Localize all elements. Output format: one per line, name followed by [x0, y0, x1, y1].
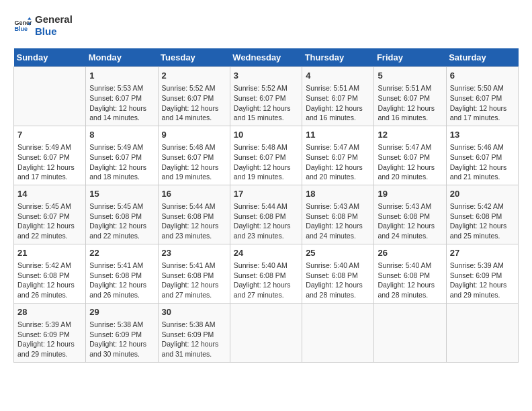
- calendar-cell: 15Sunrise: 5:45 AM Sunset: 6:08 PM Dayli…: [86, 185, 158, 244]
- day-info: Sunrise: 5:51 AM Sunset: 6:07 PM Dayligh…: [378, 83, 442, 123]
- day-info: Sunrise: 5:42 AM Sunset: 6:08 PM Dayligh…: [450, 201, 515, 241]
- calendar-week-row: 28Sunrise: 5:39 AM Sunset: 6:09 PM Dayli…: [14, 303, 519, 362]
- day-info: Sunrise: 5:40 AM Sunset: 6:08 PM Dayligh…: [234, 261, 298, 300]
- header-sunday: Sunday: [14, 48, 86, 67]
- day-info: Sunrise: 5:48 AM Sunset: 6:07 PM Dayligh…: [162, 142, 226, 182]
- calendar-cell: 29Sunrise: 5:38 AM Sunset: 6:09 PM Dayli…: [86, 303, 158, 362]
- day-info: Sunrise: 5:38 AM Sunset: 6:09 PM Dayligh…: [162, 320, 226, 359]
- header-monday: Monday: [86, 48, 158, 67]
- calendar-cell: 2Sunrise: 5:52 AM Sunset: 6:07 PM Daylig…: [158, 67, 230, 126]
- header: General Blue General Blue: [13, 13, 519, 38]
- day-number: 22: [89, 247, 154, 259]
- calendar-cell: 24Sunrise: 5:40 AM Sunset: 6:08 PM Dayli…: [230, 244, 302, 303]
- calendar-table: SundayMondayTuesdayWednesdayThursdayFrid…: [13, 48, 519, 363]
- day-number: 6: [450, 70, 515, 82]
- calendar-cell: 12Sunrise: 5:47 AM Sunset: 6:07 PM Dayli…: [374, 126, 446, 185]
- day-number: 8: [89, 129, 154, 141]
- day-info: Sunrise: 5:47 AM Sunset: 6:07 PM Dayligh…: [306, 142, 370, 182]
- calendar-cell: 10Sunrise: 5:48 AM Sunset: 6:07 PM Dayli…: [230, 126, 302, 185]
- day-number: 25: [306, 247, 370, 259]
- day-info: Sunrise: 5:49 AM Sunset: 6:07 PM Dayligh…: [89, 142, 154, 182]
- day-info: Sunrise: 5:50 AM Sunset: 6:07 PM Dayligh…: [450, 83, 515, 123]
- calendar-cell: [374, 303, 446, 362]
- header-thursday: Thursday: [302, 48, 374, 67]
- day-info: Sunrise: 5:45 AM Sunset: 6:07 PM Dayligh…: [17, 201, 82, 241]
- svg-marker-2: [28, 17, 32, 19]
- calendar-cell: 27Sunrise: 5:39 AM Sunset: 6:09 PM Dayli…: [446, 244, 518, 303]
- calendar-cell: 13Sunrise: 5:46 AM Sunset: 6:07 PM Dayli…: [446, 126, 518, 185]
- calendar-cell: 22Sunrise: 5:41 AM Sunset: 6:08 PM Dayli…: [86, 244, 158, 303]
- calendar-cell: 21Sunrise: 5:42 AM Sunset: 6:08 PM Dayli…: [14, 244, 86, 303]
- calendar-week-row: 21Sunrise: 5:42 AM Sunset: 6:08 PM Dayli…: [14, 244, 519, 303]
- day-number: 15: [89, 188, 154, 200]
- logo-blue: Blue: [35, 26, 73, 38]
- day-info: Sunrise: 5:43 AM Sunset: 6:08 PM Dayligh…: [306, 201, 370, 241]
- logo: General Blue General Blue: [13, 13, 73, 38]
- day-number: 28: [17, 306, 82, 318]
- day-number: 11: [306, 129, 370, 141]
- logo-general: General: [35, 13, 73, 26]
- day-number: 9: [162, 129, 226, 141]
- calendar-week-row: 7Sunrise: 5:49 AM Sunset: 6:07 PM Daylig…: [14, 126, 519, 185]
- calendar-cell: 17Sunrise: 5:44 AM Sunset: 6:08 PM Dayli…: [230, 185, 302, 244]
- calendar-cell: 28Sunrise: 5:39 AM Sunset: 6:09 PM Dayli…: [14, 303, 86, 362]
- calendar-cell: [230, 303, 302, 362]
- day-number: 23: [162, 247, 226, 259]
- calendar-cell: [446, 303, 518, 362]
- day-number: 26: [378, 247, 442, 259]
- calendar-cell: 5Sunrise: 5:51 AM Sunset: 6:07 PM Daylig…: [374, 67, 446, 126]
- day-info: Sunrise: 5:40 AM Sunset: 6:08 PM Dayligh…: [306, 261, 370, 300]
- calendar-cell: 3Sunrise: 5:52 AM Sunset: 6:07 PM Daylig…: [230, 67, 302, 126]
- day-number: 12: [378, 129, 442, 141]
- day-info: Sunrise: 5:38 AM Sunset: 6:09 PM Dayligh…: [89, 320, 154, 359]
- day-info: Sunrise: 5:40 AM Sunset: 6:08 PM Dayligh…: [378, 261, 442, 300]
- calendar-cell: 8Sunrise: 5:49 AM Sunset: 6:07 PM Daylig…: [86, 126, 158, 185]
- day-number: 13: [450, 129, 515, 141]
- calendar-cell: 4Sunrise: 5:51 AM Sunset: 6:07 PM Daylig…: [302, 67, 374, 126]
- day-info: Sunrise: 5:39 AM Sunset: 6:09 PM Dayligh…: [450, 261, 515, 300]
- header-friday: Friday: [374, 48, 446, 67]
- calendar-cell: 16Sunrise: 5:44 AM Sunset: 6:08 PM Dayli…: [158, 185, 230, 244]
- day-number: 5: [378, 70, 442, 82]
- day-info: Sunrise: 5:49 AM Sunset: 6:07 PM Dayligh…: [17, 142, 82, 182]
- day-number: 18: [306, 188, 370, 200]
- day-number: 27: [450, 247, 515, 259]
- calendar-cell: 18Sunrise: 5:43 AM Sunset: 6:08 PM Dayli…: [302, 185, 374, 244]
- calendar-cell: 7Sunrise: 5:49 AM Sunset: 6:07 PM Daylig…: [14, 126, 86, 185]
- header-saturday: Saturday: [446, 48, 518, 67]
- day-number: 16: [162, 188, 226, 200]
- calendar-cell: 19Sunrise: 5:43 AM Sunset: 6:08 PM Dayli…: [374, 185, 446, 244]
- day-info: Sunrise: 5:53 AM Sunset: 6:07 PM Dayligh…: [89, 83, 154, 123]
- day-number: 10: [234, 129, 298, 141]
- header-tuesday: Tuesday: [158, 48, 230, 67]
- calendar-cell: 14Sunrise: 5:45 AM Sunset: 6:07 PM Dayli…: [14, 185, 86, 244]
- day-info: Sunrise: 5:42 AM Sunset: 6:08 PM Dayligh…: [17, 261, 82, 300]
- calendar-cell: 6Sunrise: 5:50 AM Sunset: 6:07 PM Daylig…: [446, 67, 518, 126]
- calendar-week-row: 14Sunrise: 5:45 AM Sunset: 6:07 PM Dayli…: [14, 185, 519, 244]
- calendar-header-row: SundayMondayTuesdayWednesdayThursdayFrid…: [14, 48, 519, 67]
- calendar-cell: 23Sunrise: 5:41 AM Sunset: 6:08 PM Dayli…: [158, 244, 230, 303]
- calendar-cell: 1Sunrise: 5:53 AM Sunset: 6:07 PM Daylig…: [86, 67, 158, 126]
- calendar-week-row: 1Sunrise: 5:53 AM Sunset: 6:07 PM Daylig…: [14, 67, 519, 126]
- day-info: Sunrise: 5:52 AM Sunset: 6:07 PM Dayligh…: [162, 83, 226, 123]
- day-number: 17: [234, 188, 298, 200]
- day-number: 1: [89, 70, 154, 82]
- day-info: Sunrise: 5:44 AM Sunset: 6:08 PM Dayligh…: [162, 201, 226, 241]
- day-number: 14: [17, 188, 82, 200]
- day-info: Sunrise: 5:51 AM Sunset: 6:07 PM Dayligh…: [306, 83, 370, 123]
- calendar-cell: 20Sunrise: 5:42 AM Sunset: 6:08 PM Dayli…: [446, 185, 518, 244]
- day-number: 3: [234, 70, 298, 82]
- day-info: Sunrise: 5:52 AM Sunset: 6:07 PM Dayligh…: [234, 83, 298, 123]
- day-number: 21: [17, 247, 82, 259]
- calendar-cell: 25Sunrise: 5:40 AM Sunset: 6:08 PM Dayli…: [302, 244, 374, 303]
- day-number: 7: [17, 129, 82, 141]
- logo-icon: General Blue: [13, 16, 32, 35]
- day-number: 30: [162, 306, 226, 318]
- day-number: 2: [162, 70, 226, 82]
- day-info: Sunrise: 5:39 AM Sunset: 6:09 PM Dayligh…: [17, 320, 82, 359]
- day-info: Sunrise: 5:47 AM Sunset: 6:07 PM Dayligh…: [378, 142, 442, 182]
- day-info: Sunrise: 5:43 AM Sunset: 6:08 PM Dayligh…: [378, 201, 442, 241]
- svg-text:Blue: Blue: [14, 26, 28, 32]
- day-info: Sunrise: 5:48 AM Sunset: 6:07 PM Dayligh…: [234, 142, 298, 182]
- calendar-cell: 26Sunrise: 5:40 AM Sunset: 6:08 PM Dayli…: [374, 244, 446, 303]
